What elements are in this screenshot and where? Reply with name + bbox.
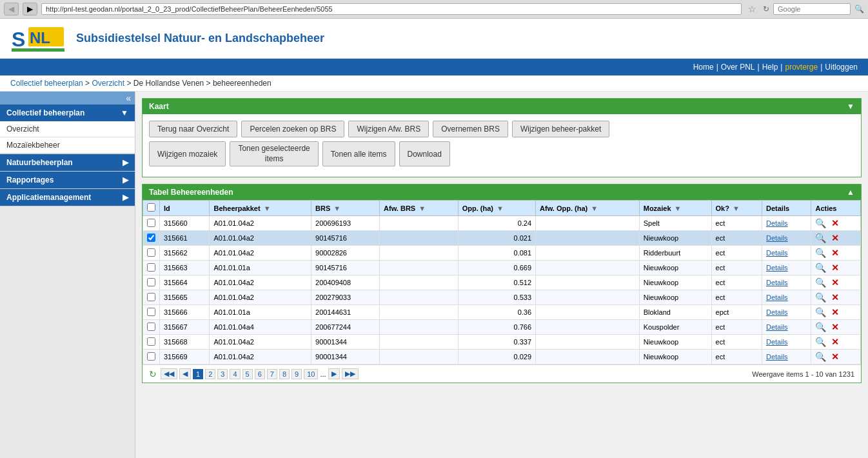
page-last-btn[interactable]: ▶▶ <box>342 368 359 379</box>
select-all-checkbox[interactable] <box>147 203 155 212</box>
row-delete-icon[interactable]: ✕ <box>831 292 839 303</box>
row-search-icon[interactable]: 🔍 <box>815 218 826 228</box>
afw-brs-filter-icon[interactable]: ▼ <box>419 204 426 212</box>
terug-naar-overzicht-button[interactable]: Terug naar Overzicht <box>149 121 237 137</box>
row-details-link[interactable]: Details <box>766 279 788 286</box>
row-mozaiek: Nieuwkoop <box>639 290 711 305</box>
page-prev-btn[interactable]: ◀ <box>179 368 191 379</box>
row-delete-icon[interactable]: ✕ <box>831 248 839 258</box>
row-search-icon[interactable]: 🔍 <box>815 263 826 273</box>
page-2-btn[interactable]: 2 <box>205 369 215 379</box>
row-checkbox-315665[interactable] <box>147 293 155 301</box>
page-3-btn[interactable]: 3 <box>217 369 228 379</box>
address-bar[interactable] <box>41 3 742 15</box>
row-opp-ha: 0.766 <box>458 320 535 335</box>
opp-ha-filter-icon[interactable]: ▼ <box>497 204 504 212</box>
row-delete-icon[interactable]: ✕ <box>831 233 839 243</box>
sidebar-section-natuur-header[interactable]: Natuurbeheerplan ▶ <box>0 154 135 171</box>
row-checkbox-315668[interactable] <box>147 337 155 346</box>
row-search-icon[interactable]: 🔍 <box>815 352 826 362</box>
ok-filter-icon[interactable]: ▼ <box>733 204 740 212</box>
row-details-link[interactable]: Details <box>766 338 788 346</box>
page-5-btn[interactable]: 5 <box>242 369 253 379</box>
page-8-btn[interactable]: 8 <box>279 369 290 379</box>
page-first-btn[interactable]: ◀◀ <box>161 368 177 379</box>
row-search-icon[interactable]: 🔍 <box>815 233 826 243</box>
row-details-link[interactable]: Details <box>766 219 788 227</box>
back-button[interactable]: ◀ <box>4 3 19 15</box>
row-details-link[interactable]: Details <box>766 249 788 257</box>
row-details-link[interactable]: Details <box>766 308 788 316</box>
page-7-btn[interactable]: 7 <box>267 369 277 379</box>
row-mozaiek: Blokland <box>639 305 711 320</box>
row-checkbox-315664[interactable] <box>147 278 155 286</box>
sidebar-item-overzicht[interactable]: Overzicht <box>0 121 135 137</box>
page-10-btn[interactable]: 10 <box>304 369 318 379</box>
row-details-link[interactable]: Details <box>766 234 788 242</box>
breadcrumb-overzicht[interactable]: Overzicht <box>92 79 124 88</box>
row-checkbox-315666[interactable] <box>147 308 155 316</box>
table-refresh-icon[interactable]: ↻ <box>149 369 157 379</box>
mozaiek-filter-icon[interactable]: ▼ <box>675 204 682 212</box>
beheerpakket-filter-icon[interactable]: ▼ <box>264 204 271 212</box>
row-details-link[interactable]: Details <box>766 294 788 301</box>
page-next-btn[interactable]: ▶ <box>328 368 340 379</box>
nav-home[interactable]: Home <box>693 63 714 72</box>
page-4-btn[interactable]: 4 <box>230 369 240 379</box>
row-details-link[interactable]: Details <box>766 264 788 272</box>
download-button[interactable]: Download <box>399 141 450 166</box>
row-delete-icon[interactable]: ✕ <box>831 337 839 347</box>
row-search-icon[interactable]: 🔍 <box>815 248 826 258</box>
page-1-btn[interactable]: 1 <box>193 369 203 379</box>
row-delete-icon[interactable]: ✕ <box>831 263 839 273</box>
row-acties-cell: 🔍 ✕ <box>811 335 861 350</box>
row-search-icon[interactable]: 🔍 <box>815 292 826 303</box>
tonen-alle-items-button[interactable]: Tonen alle items <box>322 141 395 166</box>
breadcrumb-collectief[interactable]: Collectief beheerplan <box>10 79 83 88</box>
wijzigen-beheer-pakket-button[interactable]: Wijzigen beheer-pakket <box>512 121 609 137</box>
row-checkbox-315669[interactable] <box>147 352 155 361</box>
refresh-icon[interactable]: ↻ <box>763 5 769 14</box>
row-search-icon[interactable]: 🔍 <box>815 322 826 332</box>
sidebar-item-mozaiekbeheer[interactable]: Mozaïekbeheer <box>0 137 135 154</box>
sidebar-collapse-btn[interactable]: « <box>0 92 135 105</box>
row-search-icon[interactable]: 🔍 <box>815 307 826 317</box>
row-checkbox-cell <box>143 231 160 246</box>
table-collapse-icon[interactable]: ▲ <box>847 188 854 197</box>
forward-button[interactable]: ▶ <box>23 3 37 15</box>
row-delete-icon[interactable]: ✕ <box>831 277 839 288</box>
row-checkbox-315667[interactable] <box>147 323 155 331</box>
browser-search-input[interactable] <box>773 3 851 15</box>
brs-filter-icon[interactable]: ▼ <box>333 204 340 212</box>
row-details-link[interactable]: Details <box>766 323 788 331</box>
sidebar-section-app-header[interactable]: Applicatiemanagement ▶ <box>0 189 135 206</box>
row-delete-icon[interactable]: ✕ <box>831 218 839 228</box>
wijzigen-mozaiek-button[interactable]: Wijzigen mozaiek <box>149 141 226 166</box>
sidebar-section-collectief-header[interactable]: Collectief beheerplan ▼ <box>0 105 135 121</box>
nav-help[interactable]: Help <box>762 63 778 72</box>
afw-opp-ha-filter-icon[interactable]: ▼ <box>591 204 598 212</box>
nav-provterge[interactable]: provterge <box>785 63 818 72</box>
row-checkbox-315661[interactable] <box>147 234 155 242</box>
row-search-icon[interactable]: 🔍 <box>815 277 826 288</box>
page-9-btn[interactable]: 9 <box>291 369 302 379</box>
row-delete-icon[interactable]: ✕ <box>831 322 839 332</box>
sidebar-section-rapportages-header[interactable]: Rapportages ▶ <box>0 172 135 188</box>
nav-over-pnl[interactable]: Over PNL <box>721 63 755 72</box>
row-delete-icon[interactable]: ✕ <box>831 352 839 362</box>
row-checkbox-315662[interactable] <box>147 248 155 257</box>
row-checkbox-315663[interactable] <box>147 263 155 272</box>
percelen-zoeken-button[interactable]: Percelen zoeken op BRS <box>241 121 344 137</box>
row-checkbox-315660[interactable] <box>147 219 155 227</box>
tonen-geselecteerde-button[interactable]: Tonen geselecteerdeitems <box>230 141 318 166</box>
overnemen-brs-button[interactable]: Overnemen BRS <box>433 121 508 137</box>
row-search-icon[interactable]: 🔍 <box>815 337 826 347</box>
nav-uitloggen[interactable]: Uitloggen <box>825 63 858 72</box>
row-delete-icon[interactable]: ✕ <box>831 307 839 317</box>
wijzigen-afw-brs-button[interactable]: Wijzigen Afw. BRS <box>348 121 429 137</box>
kaart-collapse-icon[interactable]: ▼ <box>847 102 854 111</box>
row-details-link[interactable]: Details <box>766 353 788 361</box>
bookmark-icon[interactable]: ☆ <box>745 4 759 14</box>
page-6-btn[interactable]: 6 <box>255 369 265 379</box>
search-icon[interactable]: 🔍 <box>854 5 864 14</box>
